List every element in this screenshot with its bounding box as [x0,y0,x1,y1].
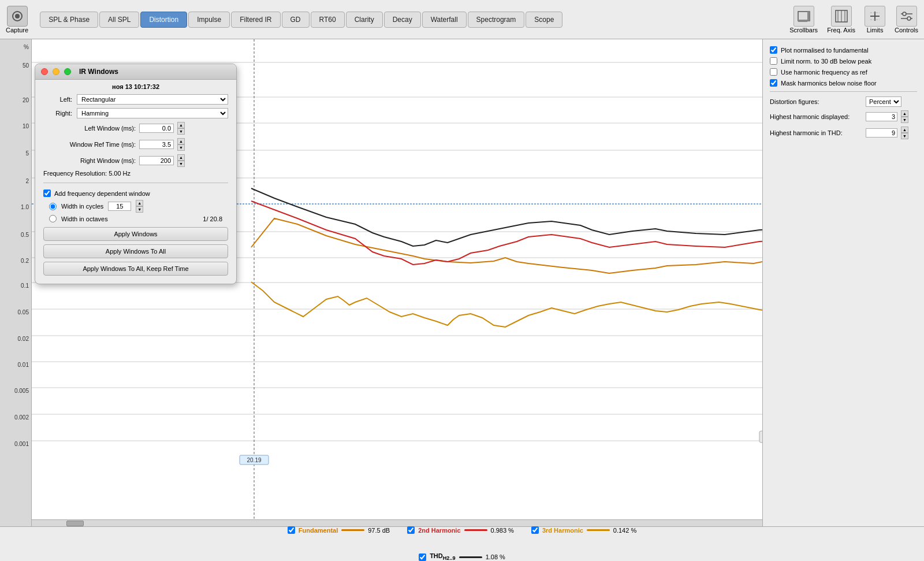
tab-scope[interactable]: Scope [526,12,562,28]
spinner-up[interactable]: ▲ [901,110,908,117]
y-label-05: 0.5 [21,232,29,238]
y-unit: % [24,44,29,50]
tab-impulse[interactable]: Impulse [188,12,230,28]
scrollbars-icon [793,6,814,27]
tab-filtered-ir[interactable]: Filtered IR [231,12,280,28]
horizontal-scrollbar[interactable] [32,519,762,526]
capture-label: Capture [6,27,28,34]
check-mask-harmonics-label: Mask harmonics below noise floor [781,80,877,87]
svg-rect-3 [807,12,810,21]
legend-2nd-value: 0.983 % [491,527,514,534]
ir-add-freq-dep-input[interactable] [43,190,51,197]
controls-tool[interactable]: Controls [895,6,918,34]
spinner-down-thd[interactable]: ▼ [901,133,908,139]
check-limit-norm-input[interactable] [770,57,777,65]
capture-button[interactable]: Capture [6,6,28,34]
ir-right-window-spinner[interactable]: ▲▼ [177,154,185,167]
legend-3rd-check[interactable] [531,526,539,534]
ir-left-window-input[interactable] [139,124,174,133]
highest-thd-input[interactable]: 9 [866,128,897,138]
limits-tool[interactable]: Limits [865,6,885,34]
check-mask-harmonics-input[interactable] [770,79,777,87]
close-button[interactable] [41,68,48,75]
ir-cycles-spinner[interactable]: ▲▼ [136,200,143,213]
ir-left-label: Left: [43,96,72,103]
ir-right-select[interactable]: Hamming Rectangular Hann [77,108,228,118]
legend-thd-check[interactable] [419,553,426,561]
spinner-down[interactable]: ▼ [901,117,908,123]
spinner-up-thd[interactable]: ▲ [901,127,908,133]
tab-rt60[interactable]: RT60 [311,12,345,28]
tab-distortion[interactable]: Distortion [140,12,187,28]
apply-windows-button[interactable]: Apply Windows [43,227,228,241]
check-harmonic-freq[interactable]: Use harmonic frequency as ref [770,68,917,76]
ir-window-ref-spinner[interactable]: ▲▼ [177,138,185,151]
ir-width-cycles-input[interactable] [108,202,131,211]
distortion-figures-label: Distortion figures: [770,98,862,105]
check-mask-harmonics[interactable]: Mask harmonics below noise floor [770,79,917,87]
ir-freq-res: Frequency Resolution: 5.00 Hz [35,169,236,178]
check-normalised-input[interactable] [770,46,777,54]
ir-width-cycles-radio[interactable] [49,203,57,210]
legend-thd[interactable]: THDH2..9 1.08 % [419,552,505,561]
freq-axis-tool[interactable]: Freq. Axis [827,6,855,34]
maximize-button[interactable] [64,68,71,75]
highest-harmonic-row: Highest harmonic displayed: 3 ▲ ▼ [770,110,917,123]
minimize-button[interactable] [53,68,59,75]
scrollbars-tool[interactable]: Scrollbars [789,6,818,34]
ir-right-window-input[interactable] [139,156,174,165]
legend-3rd-harmonic[interactable]: 3rd Harmonic 0.142 % [531,526,636,534]
ir-left-select[interactable]: Rectangular Hamming Hann [77,94,228,105]
legend-fundamental-check[interactable] [288,526,295,534]
apply-windows-all-keep-button[interactable]: Apply Windows To All, Keep Ref Time [43,262,228,276]
tab-spectrogram[interactable]: Spectrogram [468,12,525,28]
check-normalised[interactable]: Plot normalised to fundamental [770,46,917,54]
legend-fundamental[interactable]: Fundamental 97.5 dB [288,526,390,534]
freq-axis-label: Freq. Axis [827,27,855,34]
apply-windows-all-button[interactable]: Apply Windows To All [43,244,228,258]
tab-waterfall[interactable]: Waterfall [422,12,467,28]
ir-add-freq-dep[interactable]: Add frequency dependent window [35,188,236,199]
2nd-harmonic-line-icon [464,529,487,531]
check-limit-norm[interactable]: Limit norm. to 30 dB below peak [770,57,917,65]
legend-thd-value: 1.08 % [486,553,505,560]
ir-width-cycles-label: Width in cycles [61,203,103,210]
freq-axis-icon [831,6,852,27]
tab-group: SPL & Phase All SPL Distortion Impulse F… [40,12,562,28]
ir-windows-titlebar: IR Windows [35,64,236,80]
3rd-harmonic-line-icon [587,529,610,531]
tab-decay[interactable]: Decay [384,12,421,28]
fundamental-line-icon [341,529,364,531]
distortion-figures-row: Distortion figures: Percent dB [770,96,917,107]
tab-spl-phase[interactable]: SPL & Phase [40,12,98,28]
tab-clarity[interactable]: Clarity [346,12,383,28]
highest-thd-spinner[interactable]: ▲ ▼ [901,127,908,139]
ir-width-octaves-radio[interactable] [49,215,57,222]
check-harmonic-freq-input[interactable] [770,68,777,76]
limits-label: Limits [867,27,884,34]
legend-fundamental-label: Fundamental [299,527,338,534]
right-toolbar: Scrollbars Freq. Axis Limits Controls [789,6,918,34]
ir-right-row: Right: Hamming Rectangular Hann [35,106,236,120]
distortion-figures-select[interactable]: Percent dB [866,96,901,107]
tab-gd[interactable]: GD [282,12,310,28]
ir-width-octaves-row: Width in octaves 1/ 20.8 [35,214,236,224]
highest-harmonic-spinner[interactable]: ▲ ▼ [901,110,908,123]
y-label-20: 20 [23,97,29,103]
ir-left-window-label: Left Window (ms): [43,125,136,132]
legend-2nd-harmonic[interactable]: 2nd Harmonic 0.983 % [407,526,514,534]
legend-2nd-check[interactable] [407,526,415,534]
ir-window-ref-input[interactable] [139,140,174,149]
highest-harmonic-input[interactable]: 3 [866,112,897,121]
y-label-0001: 0.001 [14,441,29,447]
y-label-10: 10 [23,123,29,129]
ir-left-window-spinner[interactable]: ▲▼ [177,122,185,135]
ir-right-label: Right: [43,110,72,117]
ir-freq-res-value: 5.00 Hz [109,170,131,177]
ir-left-row: Left: Rectangular Hamming Hann [35,92,236,106]
tab-all-spl[interactable]: All SPL [99,12,139,28]
highest-thd-label: Highest harmonic in THD: [770,129,862,136]
controls-icon [896,6,917,27]
y-label-2: 2 [25,178,29,184]
y-label-5: 5 [25,150,29,157]
